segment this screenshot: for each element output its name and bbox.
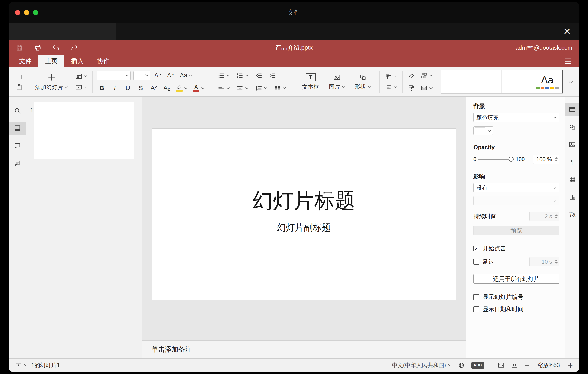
start-on-click-checkbox[interactable]: ✓ 开始点击 (473, 244, 559, 252)
color-scheme-button[interactable] (419, 71, 434, 80)
clear-style-button[interactable] (407, 71, 416, 80)
background-fill-select[interactable]: 颜色填充 (473, 113, 559, 122)
arrange-shape-button[interactable] (384, 72, 398, 81)
slides-panel-button[interactable] (9, 122, 26, 135)
bullets-button[interactable] (216, 71, 231, 80)
slide-thumbnail[interactable] (34, 102, 135, 159)
comments-button[interactable] (9, 139, 26, 152)
start-slideshow-button[interactable] (74, 83, 88, 92)
window-close-button[interactable] (15, 10, 20, 15)
show-slide-number-checkbox[interactable]: 显示幻灯片编号 (473, 293, 559, 301)
superscript-button[interactable]: A² (148, 83, 159, 93)
insert-image-button[interactable]: 图片 (326, 73, 348, 90)
copy-style-button[interactable] (407, 84, 416, 93)
textart-settings-tab[interactable]: Ta (566, 208, 579, 220)
search-button[interactable] (9, 104, 26, 117)
theme-option-selected[interactable]: Aa (532, 70, 563, 93)
menu-button[interactable] (563, 55, 576, 67)
insert-shape-button[interactable]: 形状 (352, 73, 374, 90)
delay-checkbox[interactable]: 延迟 (473, 258, 494, 266)
change-case-button[interactable]: Aa (178, 71, 193, 80)
decrease-font-button[interactable]: A▼ (166, 72, 176, 79)
font-size-select[interactable] (133, 71, 150, 80)
spin-up-icon[interactable] (555, 214, 558, 216)
align-shape-button[interactable] (384, 83, 398, 92)
opacity-slider-knob[interactable] (509, 157, 514, 162)
theme-option[interactable] (502, 70, 532, 93)
image-settings-tab[interactable] (566, 138, 579, 151)
theme-gallery-expand-button[interactable] (564, 68, 576, 95)
save-button[interactable] (16, 44, 23, 51)
columns-button[interactable] (273, 84, 287, 93)
zoom-in-button[interactable]: + (568, 361, 573, 370)
language-select[interactable]: 中文(中华人民共和国) (392, 362, 452, 369)
show-date-time-checkbox[interactable]: 显示日期和时间 (473, 305, 559, 313)
spin-up-icon[interactable] (555, 259, 558, 261)
numbering-button[interactable] (235, 71, 250, 80)
zoom-out-button[interactable]: − (525, 361, 529, 370)
theme-option[interactable] (471, 70, 502, 93)
close-icon[interactable]: ✕ (563, 27, 571, 36)
spellcheck-toggle[interactable]: ABC (471, 362, 484, 369)
document-language-button[interactable] (458, 362, 465, 369)
effect-type-select[interactable] (473, 196, 559, 205)
bold-button[interactable]: B (97, 83, 107, 93)
tab-collaboration[interactable]: 协作 (90, 55, 116, 67)
theme-option[interactable] (441, 70, 471, 93)
subtitle-placeholder[interactable]: 幻灯片副标题 (190, 218, 418, 260)
slide[interactable]: 幻灯片标题 幻灯片副标题 (152, 129, 456, 300)
notes-area[interactable]: 单击添加备注 (142, 341, 466, 358)
slide-layout-button[interactable] (74, 72, 88, 81)
opacity-slider[interactable] (478, 159, 511, 160)
background-color-picker[interactable] (473, 126, 493, 135)
preview-button[interactable]: 预览 (473, 226, 559, 235)
insert-textbox-button[interactable]: T 文本框 (300, 73, 322, 91)
tab-file[interactable]: 文件 (12, 55, 38, 67)
window-minimize-button[interactable] (24, 10, 29, 15)
italic-button[interactable]: I (110, 83, 120, 93)
fit-slide-button[interactable] (498, 362, 504, 369)
table-settings-tab[interactable] (566, 173, 579, 186)
apply-to-all-button[interactable]: 适用于所有幻灯片 (473, 274, 559, 284)
increase-font-button[interactable]: A▲ (153, 72, 163, 79)
opacity-input[interactable]: 100 % (533, 155, 559, 164)
effect-select[interactable]: 没有 (473, 183, 559, 192)
underline-button[interactable]: U (123, 83, 133, 93)
chart-settings-tab[interactable] (566, 191, 579, 203)
strikethrough-button[interactable]: S (136, 83, 146, 93)
spin-down-icon[interactable] (555, 160, 558, 162)
fit-width-button[interactable] (511, 362, 518, 369)
feedback-button[interactable] (9, 157, 26, 170)
chevron-down-icon (84, 74, 87, 77)
redo-button[interactable] (71, 44, 78, 51)
duration-input[interactable]: 2 s (529, 212, 559, 221)
vertical-align-button[interactable] (235, 84, 250, 93)
font-name-select[interactable] (97, 71, 131, 80)
subscript-button[interactable]: A₂ (161, 83, 172, 93)
slide-settings-tab[interactable] (566, 103, 579, 116)
start-slideshow-status-button[interactable] (15, 362, 27, 369)
decrease-indent-button[interactable] (254, 71, 264, 80)
slide-canvas-area[interactable]: 幻灯片标题 幻灯片副标题 (142, 97, 466, 341)
window-zoom-button[interactable] (33, 10, 38, 15)
shape-settings-tab[interactable] (566, 121, 579, 133)
font-color-button[interactable]: A (191, 83, 206, 93)
add-slide-button[interactable]: 添加幻灯片 (32, 73, 71, 91)
slide-size-button[interactable] (419, 84, 434, 93)
highlight-color-button[interactable] (175, 84, 189, 93)
line-spacing-button[interactable] (254, 84, 269, 93)
horizontal-align-button[interactable] (216, 84, 231, 93)
print-button[interactable] (34, 44, 42, 51)
spin-down-icon[interactable] (555, 217, 558, 219)
paragraph-settings-tab[interactable]: ¶ (566, 156, 579, 168)
delay-input[interactable]: 10 s (529, 257, 559, 266)
paste-button[interactable] (14, 83, 24, 92)
undo-button[interactable] (52, 44, 60, 51)
tab-insert[interactable]: 插入 (64, 55, 90, 67)
title-placeholder[interactable]: 幻灯片标题 (190, 157, 418, 218)
spin-up-icon[interactable] (555, 157, 558, 159)
spin-down-icon[interactable] (555, 262, 558, 264)
increase-indent-button[interactable] (268, 71, 277, 80)
tab-home[interactable]: 主页 (38, 55, 64, 67)
copy-button[interactable] (14, 72, 24, 81)
